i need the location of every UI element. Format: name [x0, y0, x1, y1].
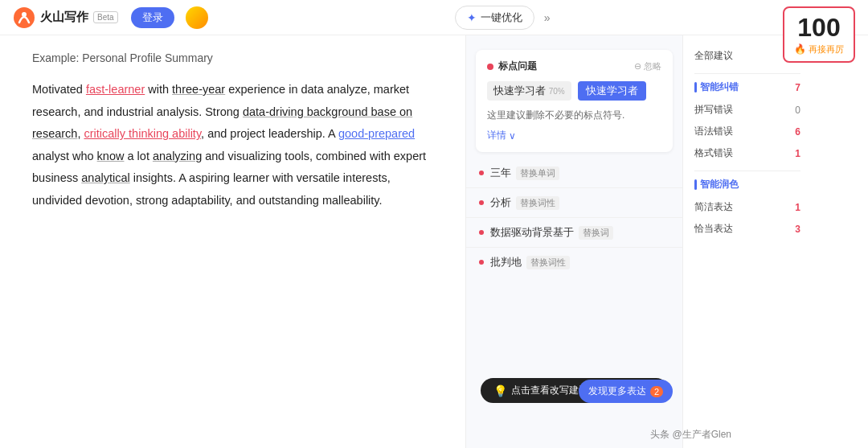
score-number: 100 [797, 14, 840, 40]
smart-error-section: 智能纠错 7 [694, 80, 800, 94]
score-subtitle: 🔥 再接再厉 [794, 43, 844, 55]
card-detail-button[interactable]: 详情 ∨ [487, 129, 661, 142]
right-panel: 全部建议 11 智能纠错 7 拼写错误 0 语法错误 6 格式错误 1 智能润色… [683, 35, 812, 448]
item-dot [479, 260, 484, 265]
spelling-count: 0 [795, 105, 800, 116]
list-item[interactable]: 分析 替换词性 [466, 188, 682, 218]
editor-area: Example: Personal Profile Summary Motiva… [0, 35, 466, 448]
logo-icon [13, 6, 35, 29]
grammar-label: 语法错误 [694, 125, 733, 138]
card-dot [487, 64, 493, 70]
chevron-down-icon: ∨ [509, 130, 516, 142]
right-row-grammar[interactable]: 语法错误 6 [694, 121, 800, 142]
login-button[interactable]: 登录 [131, 7, 174, 28]
item-dot [479, 230, 484, 235]
middle-panel: 标点问题 ⊖ 忽略 快速学习者 70% 快速学习者 这里建议删除不必要的标点符号… [466, 35, 683, 448]
item-text: 数据驱动背景基于 [490, 225, 574, 240]
format-count: 1 [795, 148, 800, 159]
item-text: 批判地 [490, 255, 522, 269]
word-original: 快速学习者 70% [487, 81, 571, 101]
circle-x-icon: ⊖ [634, 61, 641, 72]
beta-badge: Beta [93, 11, 118, 23]
discover-label: 发现更多表达 [588, 384, 646, 398]
right-row-proper[interactable]: 恰当表达 3 [694, 218, 800, 240]
spelling-label: 拼写错误 [694, 103, 733, 117]
smart-tone-label: 智能润色 [700, 178, 739, 191]
accent-bar [694, 82, 697, 92]
proper-count: 3 [795, 224, 800, 235]
item-tag: 替换词性 [516, 196, 559, 210]
card-description: 这里建议删除不必要的标点符号. [487, 109, 661, 122]
card-header: 标点问题 ⊖ 忽略 [487, 60, 661, 73]
doc-title: Example: Personal Profile Summary [32, 51, 441, 64]
word-fast-learner[interactable]: fast-learner [86, 83, 145, 96]
avatar[interactable] [186, 6, 208, 29]
divider [694, 73, 800, 74]
suggestion-card: 标点问题 ⊖ 忽略 快速学习者 70% 快速学习者 这里建议删除不必要的标点符号… [476, 50, 673, 152]
word-analyzing[interactable]: analyzing [153, 150, 202, 162]
divider2 [694, 171, 800, 171]
word-know[interactable]: know [97, 150, 125, 162]
item-dot [479, 171, 484, 175]
score-sub-text: 再接再厉 [809, 43, 844, 55]
list-item[interactable]: 三年 替换单词 [466, 158, 682, 188]
word-three-year[interactable]: three-year [172, 83, 225, 96]
card-type: 标点问题 [498, 60, 537, 73]
score-box: 100 🔥 再接再厉 [783, 6, 855, 63]
more-button[interactable]: » [544, 11, 551, 24]
optimize-label: 一键优化 [481, 10, 522, 25]
smart-error-count: 7 [795, 82, 800, 93]
word-options: 快速学习者 70% 快速学习者 [487, 81, 661, 101]
proper-label: 恰当表达 [694, 222, 733, 236]
word-score: 70% [549, 87, 565, 96]
discover-count: 2 [650, 386, 663, 397]
list-item[interactable]: 数据驱动背景基于 替换词 [466, 218, 682, 248]
grammar-count: 6 [795, 126, 800, 138]
word-suggestion-button[interactable]: 快速学习者 [578, 81, 646, 101]
card-ignore-button[interactable]: ⊖ 忽略 [634, 60, 661, 72]
doc-body: Motivated fast-learner with three-year e… [32, 79, 441, 212]
word-analytical[interactable]: analytical [81, 171, 129, 184]
list-item[interactable]: 批判地 替换词性 [466, 248, 682, 277]
word-good-prepared[interactable]: good-prepared [338, 127, 415, 140]
item-text: 三年 [490, 166, 511, 180]
all-suggestions-label: 全部建议 [694, 49, 733, 63]
item-text: 分析 [490, 195, 511, 210]
logo-area: 火山写作 Beta 登录 [13, 6, 208, 29]
top-nav: 火山写作 Beta 登录 ✦ 一键优化 » 全部建议 11 100 🔥 再接再厉 [0, 0, 868, 35]
item-tag: 替换词性 [526, 256, 570, 269]
svg-point-1 [22, 12, 27, 17]
item-tag: 替换单词 [516, 166, 559, 180]
smart-error-label: 智能纠错 [700, 80, 739, 94]
concise-label: 简洁表达 [694, 200, 733, 214]
optimize-button[interactable]: ✦ 一键优化 [455, 6, 534, 30]
ignore-label: 忽略 [644, 60, 661, 72]
format-label: 格式错误 [694, 146, 733, 160]
right-row-format[interactable]: 格式错误 1 [694, 142, 800, 164]
item-dot [479, 200, 484, 205]
nav-center: ✦ 一键优化 » [208, 6, 797, 30]
bulb-icon: 💡 [493, 384, 507, 397]
right-row-spelling[interactable]: 拼写错误 0 [694, 99, 800, 121]
item-tag: 替换词 [579, 226, 613, 240]
smart-tone-section: 智能润色 [694, 178, 800, 191]
main-layout: Example: Personal Profile Summary Motiva… [0, 35, 868, 448]
word-critically-thinking[interactable]: critically thinking ability [84, 127, 201, 140]
concise-count: 1 [795, 202, 800, 213]
right-row-concise[interactable]: 简洁表达 1 [694, 196, 800, 218]
suggestion-list: 三年 替换单词 分析 替换词性 数据驱动背景基于 替换词 批判地 替换词性 [466, 158, 682, 277]
discover-button[interactable]: 发现更多表达 2 [579, 380, 673, 403]
watermark: 头条 @生产者Glen [650, 428, 731, 442]
logo-text: 火山写作 [40, 10, 88, 25]
star-icon: ✦ [467, 11, 477, 24]
fire-icon: 🔥 [794, 43, 806, 55]
accent-bar2 [694, 179, 697, 190]
